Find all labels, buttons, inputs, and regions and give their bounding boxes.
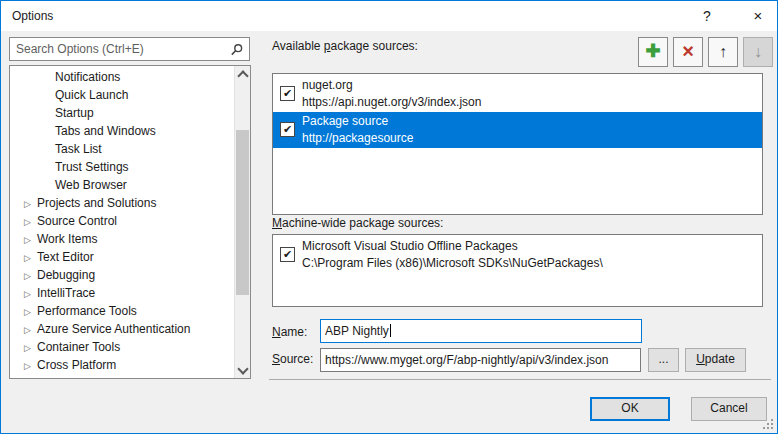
arrow-down-icon: ↓	[754, 43, 762, 60]
tree-item-label: Source Control	[37, 214, 117, 228]
source-enabled-checkbox[interactable]: ✔	[280, 122, 295, 137]
tree-item-label: Trust Settings	[55, 160, 129, 174]
expand-arrow-icon[interactable]: ▷	[24, 357, 37, 375]
tree-item[interactable]: ▷Debugging	[10, 266, 235, 284]
tree-item-label: Debugging	[37, 268, 95, 282]
tree-item[interactable]: Web Browser	[10, 176, 235, 194]
remove-source-button[interactable]: ×	[673, 37, 703, 67]
expand-arrow-icon[interactable]: ▷	[24, 231, 37, 249]
text-caret	[390, 324, 391, 337]
source-enabled-checkbox[interactable]: ✔	[280, 86, 295, 101]
tree-item-label: Task List	[55, 142, 102, 156]
tree-item-label: Tabs and Windows	[55, 124, 156, 138]
close-button[interactable]: ×	[742, 1, 774, 31]
move-up-button[interactable]: ↑	[708, 37, 738, 67]
search-box	[9, 37, 250, 61]
options-dialog: Options ? × NotificationsQuick LaunchSta…	[0, 0, 778, 434]
tree-item[interactable]: Trust Settings	[10, 158, 235, 176]
tree-item[interactable]: Startup	[10, 104, 235, 122]
tree-item[interactable]: ▷Work Items	[10, 230, 235, 248]
source-url: C:\Program Files (x86)\Microsoft SDKs\Nu…	[302, 255, 762, 272]
tree-item-label: Quick Launch	[55, 88, 128, 102]
expand-arrow-icon[interactable]: ▷	[24, 321, 37, 339]
tree-item[interactable]: ▷Azure Service Authentication	[10, 320, 235, 338]
source-url: https://api.nuget.org/v3/index.json	[302, 94, 762, 111]
red-x-icon: ×	[682, 40, 694, 62]
available-sources-list: ✔nuget.orghttps://api.nuget.org/v3/index…	[272, 73, 763, 215]
tree-item-label: Web Browser	[55, 178, 127, 192]
source-url: http://packagesource	[302, 130, 762, 147]
footer-separator	[269, 379, 771, 380]
tree-item[interactable]: Quick Launch	[10, 86, 235, 104]
name-input[interactable]: ABP Nightly	[320, 319, 642, 343]
tree-item[interactable]: ▷Text Editor	[10, 248, 235, 266]
tree-item-label: Text Editor	[37, 250, 94, 264]
tree-item[interactable]: ▷Database Tools	[10, 374, 235, 378]
options-tree: NotificationsQuick LaunchStartupTabs and…	[9, 65, 251, 379]
source-name: Package source	[302, 113, 762, 130]
machine-sources-label: Machine-wide package sources:	[272, 216, 443, 230]
tree-scrollbar[interactable]	[234, 66, 250, 378]
close-icon: ×	[754, 7, 763, 24]
source-name: nuget.org	[302, 77, 762, 94]
expand-arrow-icon[interactable]: ▷	[24, 339, 37, 357]
expand-arrow-icon[interactable]: ▷	[24, 249, 37, 267]
help-button[interactable]: ?	[691, 1, 723, 31]
scroll-up-icon[interactable]	[235, 66, 250, 82]
expand-arrow-icon[interactable]: ▷	[24, 213, 37, 231]
package-source-row[interactable]: ✔Microsoft Visual Studio Offline Package…	[273, 237, 762, 273]
expand-arrow-icon[interactable]: ▷	[24, 195, 37, 213]
search-icon	[230, 43, 244, 57]
tree-item[interactable]: ▷Source Control	[10, 212, 235, 230]
package-source-row[interactable]: ✔Package sourcehttp://packagesource	[273, 112, 762, 148]
tree-item-label: Projects and Solutions	[37, 196, 156, 210]
tree-item[interactable]: ▷Performance Tools	[10, 302, 235, 320]
tree-item-label: Performance Tools	[37, 304, 137, 318]
dialog-title: Options	[12, 9, 53, 23]
add-source-button[interactable]: ✚	[638, 37, 668, 67]
tree-item-label: IntelliTrace	[37, 286, 95, 300]
source-enabled-checkbox[interactable]: ✔	[280, 247, 295, 262]
source-label: Source:	[272, 352, 313, 366]
tree-item[interactable]: ▷Cross Platform	[10, 356, 235, 374]
cancel-button[interactable]: Cancel	[691, 397, 767, 421]
tree-item-label: Container Tools	[37, 340, 120, 354]
title-bar: Options ? ×	[1, 1, 777, 31]
expand-arrow-icon[interactable]: ▷	[24, 375, 37, 378]
resize-grip[interactable]	[771, 419, 773, 421]
tree-item-label: Database Tools	[37, 376, 120, 378]
arrow-up-icon: ↑	[719, 43, 727, 60]
machine-sources-list: ✔Microsoft Visual Studio Offline Package…	[272, 234, 763, 307]
move-down-button[interactable]: ↓	[743, 37, 773, 67]
source-input[interactable]: https://www.myget.org/F/abp-nightly/api/…	[320, 348, 641, 372]
search-input[interactable]	[10, 38, 249, 60]
expand-arrow-icon[interactable]: ▷	[24, 267, 37, 285]
scrollbar-thumb[interactable]	[236, 130, 249, 295]
tree-item-label: Notifications	[55, 70, 120, 84]
tree-item[interactable]: ▷IntelliTrace	[10, 284, 235, 302]
plus-icon: ✚	[645, 41, 660, 61]
tree-item[interactable]: Notifications	[10, 68, 235, 86]
tree-item[interactable]: Task List	[10, 140, 235, 158]
update-button[interactable]: Update	[685, 348, 746, 372]
tree-item-label: Work Items	[37, 232, 97, 246]
tree-item[interactable]: ▷Projects and Solutions	[10, 194, 235, 212]
tree-item-label: Startup	[55, 106, 94, 120]
source-name: Microsoft Visual Studio Offline Packages	[302, 238, 762, 255]
name-label: Name:	[272, 325, 307, 339]
tree-item[interactable]: Tabs and Windows	[10, 122, 235, 140]
package-source-row[interactable]: ✔nuget.orghttps://api.nuget.org/v3/index…	[273, 76, 762, 112]
tree-item-label: Cross Platform	[37, 358, 116, 372]
ok-button[interactable]: OK	[590, 397, 670, 421]
tree-items: NotificationsQuick LaunchStartupTabs and…	[10, 68, 235, 378]
help-icon: ?	[703, 8, 711, 24]
available-sources-label: Available package sources:	[272, 39, 418, 53]
browse-button[interactable]: ...	[648, 348, 679, 372]
expand-arrow-icon[interactable]: ▷	[24, 285, 37, 303]
scroll-down-icon[interactable]	[235, 362, 250, 378]
expand-arrow-icon[interactable]: ▷	[24, 303, 37, 321]
tree-item-label: Azure Service Authentication	[37, 322, 190, 336]
tree-item[interactable]: ▷Container Tools	[10, 338, 235, 356]
